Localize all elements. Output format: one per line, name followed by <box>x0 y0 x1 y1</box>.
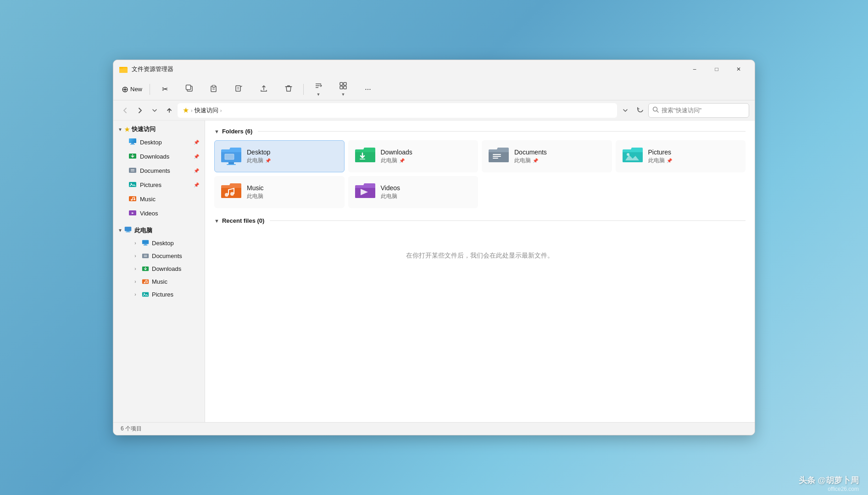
music-icon <box>128 194 137 204</box>
sidebar-item-music[interactable]: Music <box>115 192 203 206</box>
close-button[interactable]: ✕ <box>728 62 749 76</box>
copy-button[interactable] <box>178 80 201 99</box>
search-input[interactable] <box>662 107 745 114</box>
desktop-folder-pin: 📌 <box>265 158 271 163</box>
svg-rect-52 <box>228 162 234 164</box>
svg-point-30 <box>131 183 132 185</box>
up-button[interactable] <box>163 104 176 117</box>
sidebar-this-pc-header[interactable]: ▼ 此电脑 <box>115 224 203 237</box>
sidebar-this-pc-music[interactable]: › Music <box>115 275 203 288</box>
expand-recent-button[interactable] <box>148 104 161 117</box>
new-label: New <box>130 86 142 93</box>
sidebar-item-downloads[interactable]: Downloads 📌 <box>115 149 203 163</box>
more-button[interactable]: ··· <box>356 80 380 99</box>
folder-card-documents[interactable]: Documents 此电脑 📌 <box>482 140 612 172</box>
svg-rect-22 <box>129 138 136 143</box>
paste-button[interactable] <box>202 80 226 99</box>
sidebar-item-desktop[interactable]: Desktop 📌 <box>115 135 203 149</box>
rename-button[interactable] <box>227 80 251 99</box>
folder-downloads-name: Downloads <box>381 148 412 156</box>
folder-card-pictures[interactable]: Pictures 此电脑 📌 <box>616 140 746 172</box>
status-bar: 6 个项目 <box>113 422 755 435</box>
this-pc-chevron: ▼ <box>118 228 122 233</box>
toolbar: ⊕ New ✂ <box>113 78 755 100</box>
watermark-line2: office26.com <box>828 486 859 492</box>
folder-pictures-info: Pictures 此电脑 📌 <box>648 148 672 165</box>
svg-rect-15 <box>340 82 343 85</box>
sidebar-item-pictures[interactable]: Pictures 📌 <box>115 178 203 192</box>
address-actions <box>619 104 646 117</box>
view-button[interactable]: ▼ <box>331 80 355 99</box>
back-button[interactable] <box>119 104 132 117</box>
folder-desktop-icon <box>220 145 242 167</box>
sidebar-item-documents[interactable]: Documents 📌 <box>115 164 203 177</box>
refresh-button[interactable] <box>634 104 646 117</box>
toolbar-separator-2 <box>303 84 304 95</box>
folder-card-downloads[interactable]: Downloads 此电脑 📌 <box>348 140 479 172</box>
folder-videos-icon <box>354 181 376 203</box>
folder-videos-name: Videos <box>381 184 401 192</box>
expand-pictures-btn[interactable]: › <box>132 291 139 298</box>
sidebar-this-pc-pictures[interactable]: › Pictures <box>115 288 203 301</box>
recent-section-header[interactable]: ▼ Recent files (0) <box>214 217 746 224</box>
this-pc-music-icon <box>142 277 149 286</box>
folder-music-name: Music <box>247 184 264 192</box>
svg-point-61 <box>225 193 228 197</box>
folders-chevron: ▼ <box>214 129 219 134</box>
search-box[interactable] <box>648 103 749 118</box>
forward-button[interactable] <box>134 104 146 117</box>
main-content: ▼ ★ 快速访问 <box>113 121 755 422</box>
folder-pictures-name: Pictures <box>648 148 672 156</box>
more-icon: ··· <box>365 86 371 93</box>
path-separator-1: › <box>191 108 193 113</box>
svg-rect-36 <box>125 227 131 231</box>
folder-card-music[interactable]: Music 此电脑 <box>214 176 345 208</box>
folder-card-videos[interactable]: Videos 此电脑 <box>348 176 479 208</box>
folder-card-desktop[interactable]: Desktop 此电脑 📌 <box>214 140 345 172</box>
expand-desktop-btn[interactable]: › <box>132 240 139 247</box>
sidebar-this-pc-downloads[interactable]: › Downloads <box>115 263 203 275</box>
sort-button[interactable]: ▼ <box>306 80 330 99</box>
path-separator-2: › <box>220 108 222 113</box>
folder-documents-name: Documents <box>514 148 547 156</box>
minimize-button[interactable]: – <box>684 62 705 76</box>
new-button[interactable]: ⊕ New <box>117 80 147 99</box>
documents-folder-pin: 📌 <box>533 158 538 163</box>
this-pc-icon <box>124 226 133 235</box>
sidebar-this-pc-documents[interactable]: › Documents <box>115 250 203 262</box>
empty-message: 在你打开某些文件后，我们会在此处显示最新文件。 <box>214 242 746 269</box>
toolbar-separator-1 <box>150 84 150 95</box>
folder-pictures-sub: 此电脑 📌 <box>648 157 672 165</box>
window-title: 文件资源管理器 <box>132 65 684 73</box>
svg-point-60 <box>627 153 629 156</box>
recent-section: ▼ Recent files (0) 在你打开某些文件后，我们会在此处显示最新文… <box>214 217 746 269</box>
maximize-button[interactable]: □ <box>706 62 727 76</box>
watermark-line1: 头条 @胡萝卜周 <box>799 475 859 486</box>
dropdown-button[interactable] <box>619 104 632 117</box>
pictures-icon <box>128 180 137 190</box>
this-pc-documents-label: Documents <box>152 253 182 259</box>
address-path[interactable]: ★ › 快速访问 › <box>178 103 617 118</box>
search-icon <box>652 106 659 114</box>
folders-section-header[interactable]: ▼ Folders (6) <box>214 128 746 135</box>
svg-rect-6 <box>212 85 215 87</box>
expand-downloads-btn[interactable]: › <box>132 265 139 273</box>
sidebar-item-videos[interactable]: Videos <box>115 206 203 220</box>
address-bar: ★ › 快速访问 › <box>113 100 755 121</box>
view-icon <box>339 82 347 91</box>
svg-rect-41 <box>144 244 146 245</box>
delete-button[interactable] <box>277 80 300 99</box>
paste-icon <box>210 84 218 94</box>
sidebar-this-pc-desktop[interactable]: › Desktop <box>115 237 203 249</box>
share-button[interactable] <box>252 80 276 99</box>
sort-icon <box>314 82 323 91</box>
sidebar-quick-access-header[interactable]: ▼ ★ 快速访问 <box>115 123 203 135</box>
pictures-folder-pin: 📌 <box>667 158 672 163</box>
expand-documents-btn[interactable]: › <box>132 253 139 260</box>
expand-music-btn[interactable]: › <box>132 278 139 286</box>
rename-icon <box>235 84 243 94</box>
cut-button[interactable]: ✂ <box>153 80 177 99</box>
desktop-icon <box>128 137 137 147</box>
svg-rect-26 <box>129 168 136 173</box>
folder-downloads-info: Downloads 此电脑 📌 <box>381 148 412 165</box>
